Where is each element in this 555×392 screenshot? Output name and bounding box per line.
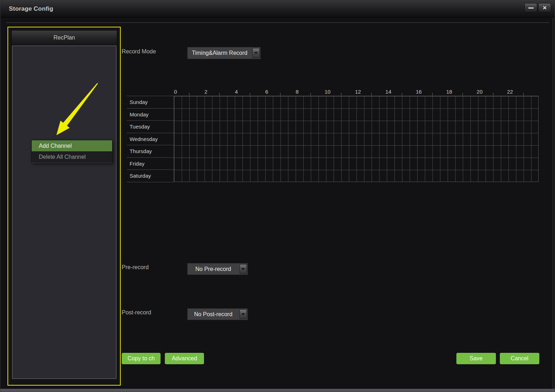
day-label: Monday [127, 109, 174, 121]
header-separator [6, 22, 550, 23]
copy-to-ch-button[interactable]: Copy to ch [122, 353, 161, 364]
hour-label: 20 [477, 89, 483, 95]
channel-context-menu: Add Channel Delete All Channel [31, 140, 112, 163]
window-right-edge [553, 17, 553, 390]
hour-label: 10 [325, 89, 331, 95]
titlebar: Storage Config × [0, 0, 555, 17]
hour-tick [462, 93, 463, 95]
hour-tick [219, 93, 220, 95]
record-schedule: 0246810121416182022 SundayMondayTuesdayW… [127, 89, 540, 183]
save-button[interactable]: Save [456, 353, 496, 364]
close-icon: × [543, 4, 546, 11]
hour-tick [250, 93, 250, 95]
cancel-button[interactable]: Cancel [500, 353, 539, 364]
chevron-down-icon [241, 268, 245, 270]
hour-label: 2 [204, 89, 207, 95]
hour-label: 8 [295, 89, 298, 95]
menu-item-add-channel[interactable]: Add Channel [32, 140, 112, 151]
hour-label: 4 [235, 89, 238, 95]
post-record-dropdown-arrow[interactable] [240, 309, 247, 319]
window-bottom-edge [0, 389, 555, 392]
channel-list[interactable] [12, 46, 116, 379]
pre-record-dropdown[interactable]: No Pre-record [187, 263, 248, 275]
day-label: Thursday [127, 145, 174, 158]
record-mode-value: Timing&Alarm Record [188, 47, 252, 59]
close-button[interactable]: × [538, 3, 551, 12]
hour-tick [310, 93, 311, 95]
menu-item-delete-all-channel[interactable]: Delete All Channel [32, 151, 112, 163]
record-mode-label: Record Mode [122, 48, 156, 55]
minimize-button[interactable] [524, 3, 537, 12]
hour-tick [402, 93, 402, 95]
hour-label: 22 [507, 89, 513, 95]
pre-record-value: No Pre-record [188, 263, 239, 275]
day-label: Wednesday [127, 133, 174, 146]
day-label: Friday [127, 158, 174, 170]
hour-tick [493, 93, 493, 95]
hour-label: 16 [416, 89, 422, 95]
post-record-dropdown[interactable]: No Post-record [187, 308, 248, 320]
pre-record-label: Pre-record [122, 264, 149, 271]
hour-label: 14 [386, 89, 392, 95]
hour-tick [432, 93, 433, 95]
post-record-label: Post-record [122, 309, 151, 316]
day-label: Saturday [127, 170, 174, 182]
pre-record-dropdown-arrow[interactable] [240, 264, 247, 274]
chevron-down-icon [241, 313, 245, 315]
record-mode-dropdown[interactable]: Timing&Alarm Record [187, 47, 261, 59]
hour-label: 12 [355, 89, 361, 95]
recplan-panel: RecPlan [7, 27, 121, 386]
hour-label: 18 [446, 89, 452, 95]
day-label: Sunday [127, 96, 174, 109]
day-labels: SundayMondayTuesdayWednesdayThursdayFrid… [127, 96, 174, 182]
window-title: Storage Config [9, 0, 53, 17]
record-mode-dropdown-arrow[interactable] [252, 48, 260, 58]
hour-tick [189, 93, 189, 95]
hour-label: 0 [174, 89, 177, 95]
hour-tick [371, 93, 372, 95]
post-record-value: No Post-record [188, 309, 239, 320]
advanced-button[interactable]: Advanced [165, 353, 204, 364]
minimize-icon [528, 7, 534, 9]
day-label: Tuesday [127, 121, 174, 133]
storage-config-window: Storage Config × RecPlan Add Channel Del… [0, 0, 555, 392]
hour-tick [280, 93, 281, 95]
hour-label: 6 [265, 89, 268, 95]
schedule-grid[interactable] [174, 96, 539, 182]
hour-tick [523, 93, 524, 95]
chevron-down-icon [254, 52, 258, 54]
recplan-panel-header: RecPlan [11, 30, 117, 45]
hour-tick [341, 93, 341, 95]
